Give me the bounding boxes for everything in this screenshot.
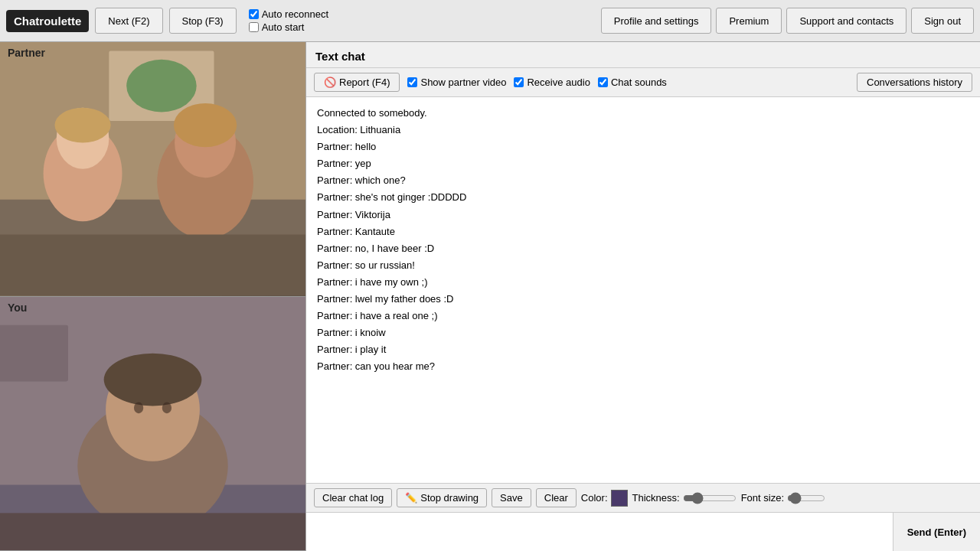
message-input[interactable] bbox=[306, 513, 893, 551]
show-partner-video-label: Show partner video bbox=[420, 77, 506, 88]
pencil-icon: ✏️ bbox=[405, 492, 417, 504]
svg-rect-19 bbox=[0, 513, 305, 550]
auto-reconnect-checkbox[interactable] bbox=[249, 9, 259, 19]
chat-message: Partner: Kantaute bbox=[317, 223, 969, 240]
svg-point-17 bbox=[134, 402, 143, 413]
conversations-history-button[interactable]: Conversations history bbox=[857, 73, 972, 92]
color-label: Color: bbox=[581, 492, 608, 504]
chat-message: Partner: i have my own ;) bbox=[317, 274, 969, 291]
next-button[interactable]: Next (F2) bbox=[95, 8, 162, 34]
receive-audio-check[interactable]: Receive audio bbox=[514, 77, 590, 88]
auto-reconnect-row[interactable]: Auto reconnect bbox=[249, 8, 328, 20]
chat-sounds-check[interactable]: Chat sounds bbox=[598, 77, 667, 88]
profile-button[interactable]: Profile and settings bbox=[601, 8, 712, 34]
chat-message: Partner: hello bbox=[317, 139, 969, 155]
show-partner-video-checkbox[interactable] bbox=[407, 77, 417, 87]
auto-start-checkbox[interactable] bbox=[249, 22, 259, 32]
report-button[interactable]: 🚫 Report (F4) bbox=[314, 73, 400, 92]
thickness-label: Thickness: bbox=[632, 492, 680, 504]
signout-button[interactable]: Sign out bbox=[911, 8, 974, 34]
font-size-slider[interactable] bbox=[787, 492, 825, 504]
auto-reconnect-label: Auto reconnect bbox=[262, 8, 328, 20]
font-size-label: Font size: bbox=[741, 492, 784, 504]
stop-drawing-button[interactable]: ✏️ Stop drawing bbox=[397, 488, 487, 507]
chat-message: Partner: yep bbox=[317, 155, 969, 172]
chat-message: Partner: which one? bbox=[317, 172, 969, 189]
chat-message: Partner: Viktorija bbox=[317, 207, 969, 223]
svg-point-6 bbox=[54, 108, 110, 143]
svg-point-9 bbox=[174, 103, 237, 147]
chat-sounds-label: Chat sounds bbox=[611, 77, 667, 88]
svg-point-18 bbox=[162, 402, 172, 413]
chat-message: Partner: she's not ginger :DDDDD bbox=[317, 189, 969, 206]
chat-message: Partner: i have a real one ;) bbox=[317, 308, 969, 324]
chat-messages: Connected to somebody.Location: Lithuani… bbox=[306, 97, 980, 483]
topbar: Chatroulette Next (F2) Stop (F3) Auto re… bbox=[0, 0, 980, 42]
clear-button[interactable]: Clear bbox=[536, 488, 577, 507]
you-video-stub bbox=[0, 297, 305, 551]
chat-message: Connected to somebody. bbox=[317, 105, 969, 122]
stop-drawing-label: Stop drawing bbox=[420, 492, 479, 504]
left-panel: Partner bbox=[0, 42, 306, 551]
report-label: Report (F4) bbox=[339, 77, 390, 88]
bottom-controls: Clear chat log ✏️ Stop drawing Save Clea… bbox=[306, 483, 980, 512]
send-button[interactable]: Send (Enter) bbox=[893, 513, 980, 551]
chat-message: Partner: lwel my father does :D bbox=[317, 291, 969, 308]
auto-start-label: Auto start bbox=[262, 21, 305, 33]
thickness-section: Thickness: bbox=[632, 492, 737, 504]
svg-point-16 bbox=[104, 353, 202, 406]
stop-button[interactable]: Stop (F3) bbox=[169, 8, 237, 34]
logo: Chatroulette bbox=[6, 10, 89, 32]
chat-message: Partner: no, I have beer :D bbox=[317, 240, 969, 257]
color-section: Color: bbox=[581, 490, 628, 507]
partner-video-section: Partner bbox=[0, 42, 305, 297]
chat-message: Partner: can you hear me? bbox=[317, 358, 969, 375]
text-chat-header: Text chat bbox=[306, 42, 980, 68]
show-partner-video-check[interactable]: Show partner video bbox=[407, 77, 506, 88]
clear-chat-log-button[interactable]: Clear chat log bbox=[314, 488, 392, 507]
receive-audio-label: Receive audio bbox=[527, 77, 590, 88]
receive-audio-checkbox[interactable] bbox=[514, 77, 524, 87]
input-area: Send (Enter) bbox=[306, 512, 980, 551]
you-video-section: You bbox=[0, 297, 305, 552]
right-panel: Text chat 🚫 Report (F4) Show partner vid… bbox=[306, 42, 980, 551]
chat-message: Location: Lithuania bbox=[317, 122, 969, 139]
chat-sounds-checkbox[interactable] bbox=[598, 77, 608, 87]
partner-label: Partner bbox=[8, 47, 45, 59]
chat-message: Partner: i play it bbox=[317, 341, 969, 358]
thickness-slider[interactable] bbox=[683, 492, 737, 504]
support-button[interactable]: Support and contacts bbox=[786, 8, 906, 34]
chat-message: Partner: so ur russian! bbox=[317, 257, 969, 274]
chat-message: Partner: i knoiw bbox=[317, 324, 969, 341]
color-picker[interactable] bbox=[611, 490, 628, 507]
chat-controls: 🚫 Report (F4) Show partner video Receive… bbox=[306, 68, 980, 97]
svg-rect-13 bbox=[0, 324, 68, 381]
svg-point-3 bbox=[126, 60, 196, 112]
report-icon: 🚫 bbox=[324, 77, 336, 88]
partner-video-stub bbox=[0, 42, 305, 296]
top-right-buttons: Profile and settings Premium Support and… bbox=[601, 8, 974, 34]
main: Partner bbox=[0, 42, 980, 551]
auto-start-row[interactable]: Auto start bbox=[249, 21, 328, 33]
save-button[interactable]: Save bbox=[492, 488, 531, 507]
fontsize-section: Font size: bbox=[741, 492, 825, 504]
premium-button[interactable]: Premium bbox=[716, 8, 782, 34]
svg-rect-10 bbox=[0, 234, 305, 295]
you-label: You bbox=[8, 302, 27, 314]
checkbox-group: Auto reconnect Auto start bbox=[249, 8, 328, 33]
